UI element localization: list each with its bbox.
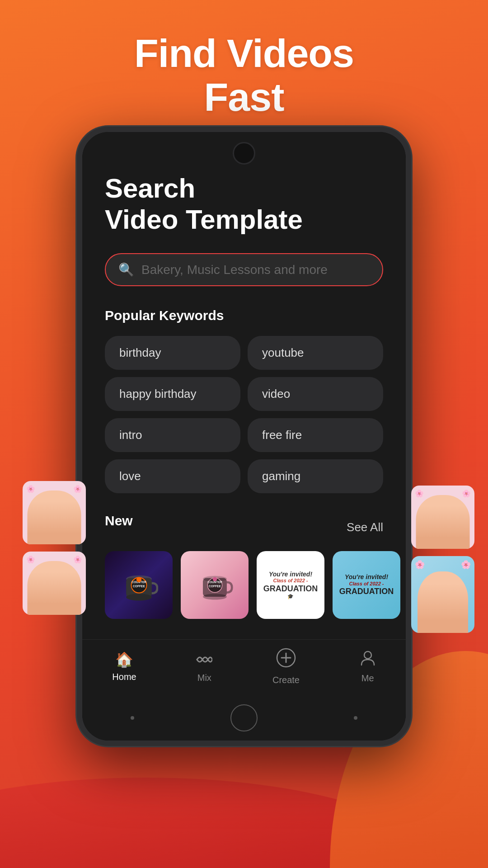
graduation-text-white: You're invited! Class of 2022 - GRADUATI… [263,571,318,600]
keyword-gaming[interactable]: gaming [248,459,383,493]
home-label: Home [112,672,136,682]
keyword-love[interactable]: love [105,459,240,493]
svg-point-6 [136,577,141,582]
mix-icon [196,650,212,669]
search-bar[interactable]: 🔍 Bakery, Music Lessons and more [105,253,383,286]
search-placeholder-text: Bakery, Music Lessons and more [141,263,328,277]
nav-create[interactable]: Create [272,648,300,685]
svg-point-2 [126,594,152,600]
camera-notch [233,142,255,165]
popular-keywords-label: Popular Keywords [105,308,383,323]
nav-home[interactable]: 🏠 Home [112,651,136,682]
bottom-home-button[interactable] [230,704,258,731]
screen-content: Search Video Template 🔍 Bakery, Music Le… [82,132,406,639]
thumb-graduation-white[interactable]: You're invited! Class of 2022 - GRADUATI… [257,551,324,619]
bottom-indicator-left [131,716,134,720]
keyword-youtube[interactable]: youtube [248,336,383,370]
side-thumb-3: 🌸 🌸 [411,486,474,549]
phone-screen: Search Video Template 🔍 Bakery, Music Le… [82,132,406,741]
keyword-intro[interactable]: intro [105,418,240,452]
side-thumb-2: 🌸 🌸 [23,552,86,615]
nav-me[interactable]: Me [360,650,376,684]
keyword-free-fire[interactable]: free fire [248,418,383,452]
search-video-template-title: Search Video Template [105,173,383,235]
keyword-video[interactable]: video [248,377,383,411]
thumb-counter-coffee-dark[interactable]: COUNTER COFFEE [105,551,173,619]
hero-title: Find Videos Fast [0,0,488,119]
mix-label: Mix [197,673,211,683]
bottom-navigation: 🏠 Home Mix [82,639,406,698]
side-thumb-4: 🌸 🌸 [411,556,474,633]
svg-point-9 [203,594,227,599]
new-label: New [105,513,133,528]
create-icon [276,648,296,671]
coffee-cup-pink-svg: COUNTER COFFEE [196,566,234,604]
phone-body: Search Video Template 🔍 Bakery, Music Le… [77,127,411,746]
keyword-happy-birthday[interactable]: happy birthday [105,377,240,411]
bottom-indicator-right [354,716,357,720]
svg-text:COFFEE: COFFEE [133,585,145,588]
side-thumbnails-right: 🌸 🌸 🌸 🌸 [411,486,474,633]
svg-point-13 [212,577,216,581]
coffee-cup-dark-svg: COUNTER COFFEE [120,566,158,604]
keywords-grid: birthday youtube happy birthday video in… [105,336,383,493]
me-label: Me [361,673,374,684]
nav-mix[interactable]: Mix [196,650,212,683]
see-all-button[interactable]: See All [347,520,383,534]
side-thumb-1: 🌸 🌸 [23,481,86,544]
create-label: Create [272,675,300,685]
phone-mockup: 🌸 🌸 🌸 🌸 🌸 🌸 🌸 🌸 [77,127,411,750]
svg-text:COFFEE: COFFEE [209,585,221,588]
thumbnails-row: COUNTER COFFEE COUNTER [105,551,383,619]
side-thumbnails-left: 🌸 🌸 🌸 🌸 [23,481,86,615]
thumb-graduation-blue[interactable]: You're invited! Class of 2022 - GRADUATI… [333,551,400,619]
thumb-counter-coffee-pink[interactable]: COUNTER COFFEE [181,551,249,619]
search-icon: 🔍 [118,262,134,277]
svg-point-17 [364,651,371,659]
keyword-birthday[interactable]: birthday [105,336,240,370]
phone-bottom-bar [82,698,406,741]
me-icon [360,650,376,670]
graduation-text-blue: You're invited! Class of 2022 - GRADUATI… [339,573,394,597]
home-icon: 🏠 [115,651,133,668]
new-section-header: New See All [105,513,383,541]
